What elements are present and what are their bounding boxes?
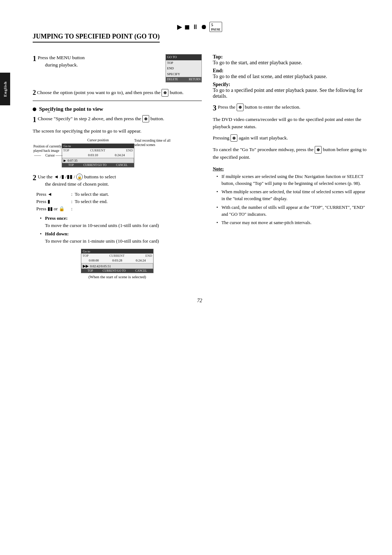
page-container: English ▶ ◼ ⏸ ⏺ 5PAUSE JUMPING TO SPECIF… bbox=[0, 0, 392, 555]
note-title: Note: bbox=[213, 166, 367, 172]
note-section: Note: If multiple scenes are selected us… bbox=[213, 166, 367, 226]
press-once-desc: To move the cursor in 10-second units (1… bbox=[45, 223, 159, 228]
icon-pause: ⏸ bbox=[192, 23, 199, 31]
press-desc-2: To select the end. bbox=[75, 199, 108, 204]
specify-step2-text2: the desired time of chosen point. bbox=[45, 181, 109, 187]
ann-cursor-text: Cursor bbox=[45, 154, 55, 157]
press-item-3: Press ▮▮ or 🔒 : bbox=[36, 206, 202, 212]
hold-down-desc: To move the cursor in 1-minute units (10… bbox=[45, 238, 159, 244]
specify-step2-text: Use the ◄ /▮ /▮▮ / bbox=[38, 174, 75, 179]
step1-text1: Press the MENU button bbox=[38, 55, 85, 60]
screen-appear-desc: The screen for specifying the point to g… bbox=[33, 127, 202, 135]
note-list: If multiple scenes are selected using th… bbox=[216, 173, 367, 226]
step3-desc1: The DVD video camera/recorder will go to… bbox=[213, 116, 367, 131]
end-desc: To go to the end of last scene, and ente… bbox=[213, 74, 327, 79]
step3-desc2-block: Pressing ⊕ again will start playback. bbox=[213, 134, 367, 142]
ann-cursor-pos-text: Cursor position bbox=[87, 138, 109, 142]
menu-row-specify: SPECIFY bbox=[166, 72, 201, 77]
left-column: GO TO TOP END SPECIFY DELETERETURN 1 Pre… bbox=[33, 54, 202, 283]
step1-text2: during playback. bbox=[45, 62, 78, 68]
menu-row-end: END bbox=[166, 66, 201, 72]
step3-button: ⊕ bbox=[237, 104, 244, 111]
ann-cursor: Cursor —— bbox=[45, 154, 62, 157]
buttons-to-select: buttons to select bbox=[84, 174, 116, 179]
ann-total-text: Total recording time of all selected sce… bbox=[134, 139, 171, 147]
sub-section-title: Specifying the point to view bbox=[33, 106, 202, 112]
press-item-2: Press ▮ : To select the end. bbox=[36, 199, 202, 204]
specify-step1-btn: ⊕ bbox=[142, 115, 149, 123]
screen2-cursor: ▶▶0:02:42/0:05:51 bbox=[81, 263, 153, 269]
screen2-header: TOPCURRENTEND bbox=[81, 254, 153, 258]
icon-5pause: 5PAUSE bbox=[209, 22, 222, 32]
screen1-title: Go to bbox=[62, 144, 134, 148]
specify-step2-block: 2 Use the ◄ /▮ /▮▮ / 🔒 buttons to select… bbox=[33, 173, 202, 188]
end-option: End: To go to the end of last scene, and… bbox=[213, 68, 367, 80]
diagram2-caption: (When the start of scene is selected) bbox=[81, 275, 154, 279]
hold-down-label: Hold down: bbox=[45, 231, 69, 236]
specify-option-desc: To go to a specified point and enter pla… bbox=[213, 88, 363, 99]
screen2-times: 0:00:000:03:280:24:24 bbox=[81, 258, 153, 263]
sidebar-english-tab: English bbox=[0, 73, 10, 105]
press-label-2: Press ▮ bbox=[36, 199, 69, 204]
press-desc-1: To select the start. bbox=[75, 191, 109, 197]
specify-step1-text1: Choose "Specify" in step 2 above, and th… bbox=[38, 116, 141, 121]
options-descriptions: Top: To go to the start, and enter playb… bbox=[213, 54, 367, 99]
icon-play: ▶ bbox=[177, 23, 182, 31]
specify-option-label: Specify: bbox=[213, 82, 230, 87]
cancel-btn: ⊕ bbox=[315, 146, 322, 154]
section-title: JUMPING TO SPECIFIED POINT (GO TO) bbox=[33, 33, 160, 42]
icon-record: ⏺ bbox=[201, 23, 207, 31]
specify-step1-num: 1 bbox=[33, 115, 36, 124]
press-item-1: Press ◄ : To select the start. bbox=[36, 191, 202, 197]
top-desc: To go to the start, and enter playback p… bbox=[213, 60, 302, 65]
press-once-item: Press once: To move the cursor in 10-sec… bbox=[40, 215, 202, 229]
note-item-4: The cursor may not move at same-pitch in… bbox=[216, 219, 367, 226]
menu-bottom-bar: DELETERETURN bbox=[166, 77, 201, 82]
cancel-desc1: To cancel the "Go To" procedure midway, … bbox=[213, 147, 314, 152]
step3-block: 3 Press the ⊕ button to enter the select… bbox=[213, 104, 367, 112]
screen2-bottom: TOPCURRENT/GO TOCANCEL bbox=[81, 269, 153, 273]
step2-num: 2 bbox=[33, 89, 36, 97]
goto-screen1: Go to TOPCURRENTEND 0:03:100:24:24 ▶0:07… bbox=[62, 143, 134, 167]
end-label: End: bbox=[213, 68, 224, 73]
note-item-2: When multiple scenes are selected, the t… bbox=[216, 189, 367, 202]
specify-step2-num: 2 bbox=[33, 173, 36, 182]
step2-choose-block: 2 Choose the option (point you want to g… bbox=[33, 89, 202, 97]
screen1-cursor: ▶0:07:35 bbox=[62, 158, 134, 163]
ann-cursor-pos: Cursor position bbox=[62, 138, 134, 142]
screen1-header: TOPCURRENTEND bbox=[62, 148, 134, 153]
specify-option: Specify: To go to a specified point and … bbox=[213, 82, 367, 99]
menu-screenshot: GO TO TOP END SPECIFY DELETERETURN bbox=[166, 54, 202, 82]
sub-section-label2: c bbox=[48, 106, 50, 112]
header-icons-row: ▶ ◼ ⏸ ⏺ 5PAUSE bbox=[33, 22, 367, 32]
step3-text1: Press the bbox=[218, 104, 235, 110]
goto-screen2: Go to TOPCURRENTEND 0:00:000:03:280:24:2… bbox=[81, 249, 154, 273]
cancel-desc-block: To cancel the "Go To" procedure midway, … bbox=[213, 146, 367, 161]
sub-section-label3: ifying the point to view bbox=[50, 106, 103, 112]
step1-num: 1 bbox=[33, 54, 36, 63]
sidebar-label: English bbox=[3, 81, 7, 97]
press-label-3: Press ▮▮ or 🔒 bbox=[36, 206, 69, 212]
step3-desc3: again will start playback. bbox=[239, 135, 288, 141]
step3-num: 3 bbox=[213, 104, 216, 112]
top-option: Top: To go to the start, and enter playb… bbox=[213, 54, 367, 66]
specify-step1-block: 1 Choose "Specify" in step 2 above, and … bbox=[33, 115, 202, 124]
step3-btn2: ⊕ bbox=[230, 134, 237, 142]
press-options-list: Press once: To move the cursor in 10-sec… bbox=[40, 215, 202, 244]
note-item-1: If multiple scenes are selected using th… bbox=[216, 173, 367, 187]
ann-position-text: Position of currently played back image bbox=[33, 145, 62, 153]
press-once-label: Press once: bbox=[45, 215, 68, 221]
lock-icon: 🔒 bbox=[76, 174, 83, 180]
step2-button: ⊕ bbox=[162, 89, 168, 97]
ann-total: Total recording time of all selected sce… bbox=[134, 138, 171, 147]
step3-desc2: Pressing bbox=[213, 135, 229, 141]
diagram1-container: Position of currently played back image … bbox=[62, 138, 134, 167]
note-item-3: With card, the number of stills will app… bbox=[216, 204, 367, 218]
specify-step1-text2: button. bbox=[150, 116, 164, 121]
menu-row-top: TOP bbox=[166, 60, 201, 66]
main-content: GO TO TOP END SPECIFY DELETERETURN 1 Pre… bbox=[33, 54, 367, 283]
step3-text2: button to enter the selection. bbox=[245, 104, 300, 110]
step2-suffix: button. bbox=[170, 90, 184, 95]
bullet-icon bbox=[33, 108, 36, 111]
icon-stop: ◼ bbox=[184, 23, 190, 31]
